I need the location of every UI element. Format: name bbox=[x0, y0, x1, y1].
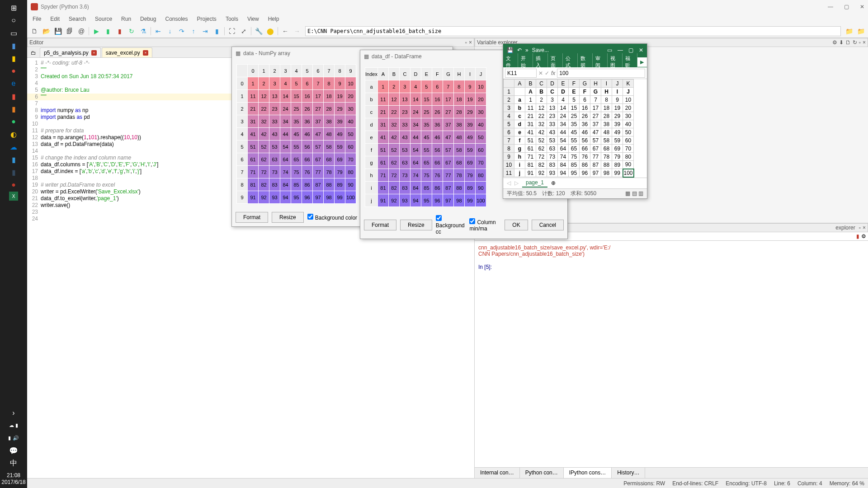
undock-icon[interactable]: ▫ bbox=[859, 39, 861, 46]
import-icon[interactable]: ⚙ bbox=[832, 39, 837, 46]
stepout-icon[interactable]: ↑ bbox=[188, 26, 199, 36]
ribbon-tab[interactable]: 开始 bbox=[518, 53, 533, 70]
formula-input[interactable] bbox=[557, 69, 645, 78]
expand-icon[interactable]: › bbox=[6, 407, 21, 419]
taskview-icon[interactable]: ▭ bbox=[6, 27, 21, 39]
ribbon-tab[interactable]: 数据 bbox=[578, 53, 593, 70]
python-icon[interactable]: ⬤ bbox=[265, 26, 276, 36]
save-icon[interactable]: 💾 bbox=[52, 26, 63, 36]
console-tab[interactable]: History… bbox=[612, 468, 645, 478]
options-icon[interactable]: ⚙ bbox=[861, 233, 866, 239]
prev-sheet-icon[interactable]: ◁ bbox=[507, 180, 511, 186]
minimize-icon[interactable]: — bbox=[618, 47, 623, 53]
clock[interactable]: 21:082017/6/18 bbox=[1, 470, 25, 488]
continue-icon[interactable]: ⇥ bbox=[200, 26, 211, 36]
app-icon[interactable]: ▮ bbox=[6, 166, 21, 178]
prefs-icon[interactable]: 🔧 bbox=[253, 26, 264, 36]
edge-icon[interactable]: e bbox=[6, 78, 21, 89]
parent-icon[interactable]: 📁 bbox=[855, 26, 866, 36]
chrome-icon[interactable]: ● bbox=[6, 65, 21, 77]
menu-debug[interactable]: Debug bbox=[137, 15, 160, 23]
volume-icon[interactable]: ▮ 🔊 bbox=[5, 432, 23, 444]
tab-browse-icon[interactable]: 🗀 bbox=[29, 48, 38, 57]
menu-tools[interactable]: Tools bbox=[222, 15, 242, 23]
name-box[interactable]: K11 bbox=[505, 69, 537, 78]
menu-edit[interactable]: Edit bbox=[47, 15, 63, 23]
menu-source[interactable]: Source bbox=[91, 15, 116, 23]
run-icon[interactable]: ▶ bbox=[91, 26, 102, 36]
onedrive-icon[interactable]: ☁ bbox=[6, 141, 21, 153]
undock-icon[interactable]: ▫ bbox=[465, 39, 467, 46]
path-input[interactable]: E:\CNN Papers\cnn_adjustable16_batch_siz… bbox=[305, 26, 841, 36]
add-sheet-icon[interactable]: ⊕ bbox=[551, 180, 556, 186]
menu-projects[interactable]: Projects bbox=[193, 15, 220, 23]
numpy-grid[interactable]: 0123456789012345678910111121314151617181… bbox=[236, 64, 356, 204]
menu-run[interactable]: Run bbox=[118, 15, 135, 23]
app-icon[interactable]: ▮ bbox=[6, 40, 21, 52]
excel-icon[interactable]: X bbox=[9, 192, 18, 201]
resize-button[interactable]: Resize bbox=[400, 220, 432, 230]
console-tab[interactable]: Internal con… bbox=[475, 468, 520, 478]
restore-icon[interactable]: ▭ bbox=[607, 47, 612, 53]
stop-debug-icon[interactable]: ▮ bbox=[212, 26, 222, 36]
view-icons[interactable]: ▦ ▤ ▥ bbox=[625, 190, 643, 197]
forward-icon[interactable]: → bbox=[292, 26, 302, 36]
more-icon[interactable]: » bbox=[525, 47, 528, 53]
format-button[interactable]: Format bbox=[364, 220, 396, 230]
ok-button[interactable]: OK bbox=[505, 220, 528, 230]
next-sheet-icon[interactable]: ▷ bbox=[514, 180, 519, 186]
wechat-icon[interactable]: ● bbox=[6, 116, 21, 127]
app-icon[interactable]: ▮ bbox=[6, 154, 21, 165]
back-icon[interactable]: ← bbox=[280, 26, 291, 36]
ribbon-tab[interactable]: 公式 bbox=[563, 53, 578, 70]
maximize-icon[interactable]: ▢ bbox=[844, 4, 849, 10]
dataframe-grid[interactable]: IndexABCDEFGHIJa12345678910b111213141516… bbox=[365, 67, 486, 207]
browse-icon[interactable]: 📁 bbox=[844, 26, 854, 36]
menu-view[interactable]: View bbox=[244, 15, 263, 23]
resize-button[interactable]: Resize bbox=[272, 212, 304, 223]
debug-icon[interactable]: ↻ bbox=[126, 26, 137, 36]
close-icon[interactable]: ✕ bbox=[860, 4, 864, 10]
open-icon[interactable]: 📂 bbox=[41, 26, 52, 36]
save-icon[interactable]: 💾 bbox=[507, 47, 514, 53]
close-tab-icon[interactable]: × bbox=[143, 50, 148, 56]
profile-icon[interactable]: ⚗ bbox=[138, 26, 149, 36]
notif-icon[interactable]: 💬 bbox=[6, 445, 21, 457]
stepinto-icon[interactable]: ↓ bbox=[165, 26, 175, 36]
refresh-icon[interactable]: ↻ bbox=[853, 39, 857, 46]
undock-icon[interactable]: ▫ bbox=[859, 225, 861, 231]
menu-search[interactable]: Search bbox=[65, 15, 90, 23]
ime-icon[interactable]: 中 bbox=[6, 458, 21, 469]
close-pane-icon[interactable]: × bbox=[863, 39, 866, 46]
format-button[interactable]: Format bbox=[236, 212, 268, 223]
app-icon[interactable]: ◐ bbox=[6, 128, 21, 140]
console-output[interactable]: cnn_adjustable16_batch_size/save_excel.p… bbox=[475, 241, 868, 467]
ribbon-tab[interactable]: 页面 bbox=[548, 53, 563, 70]
minimize-icon[interactable]: — bbox=[828, 4, 833, 10]
stop-icon[interactable]: ▮ bbox=[856, 233, 859, 239]
ribbon-tab[interactable]: 视图 bbox=[608, 53, 623, 70]
editor-tab[interactable]: p5_ds_analysis.py× bbox=[40, 47, 101, 57]
spyder-icon[interactable]: ● bbox=[6, 179, 21, 191]
start-icon[interactable]: ⊞ bbox=[6, 2, 21, 14]
close-tab-icon[interactable]: × bbox=[91, 50, 97, 56]
new-file-icon[interactable]: 🗋 bbox=[29, 26, 40, 36]
stepover-icon[interactable]: ↷ bbox=[176, 26, 187, 36]
menu-file[interactable]: File bbox=[29, 15, 45, 23]
enter-icon[interactable]: ✓ bbox=[545, 70, 549, 76]
stop-icon[interactable]: ▮ bbox=[114, 26, 125, 36]
close-pane-icon[interactable]: × bbox=[863, 225, 866, 231]
ribbon-tab[interactable]: 审阅 bbox=[593, 53, 608, 70]
undo-icon[interactable]: ↶ bbox=[517, 47, 522, 53]
excel-grid[interactable]: ABCDEFGHIJK1ABCDEFGHIJ2a123456789103b111… bbox=[503, 79, 634, 178]
app-icon[interactable]: ▮ bbox=[6, 52, 21, 64]
saveas-icon[interactable]: 🗋 bbox=[845, 39, 851, 46]
ribbon-tab[interactable]: 福昕 bbox=[623, 53, 637, 70]
app-icon[interactable]: ▮ bbox=[6, 90, 21, 102]
tray-icon[interactable]: ☁ ▮ bbox=[5, 420, 23, 432]
console-tab[interactable]: Python con… bbox=[520, 468, 564, 478]
cancel-button[interactable]: Cancel bbox=[532, 220, 564, 230]
ribbon-tab[interactable]: 插入 bbox=[533, 53, 548, 70]
save-icon[interactable]: ⬇ bbox=[839, 39, 844, 46]
editor-tab[interactable]: save_excel.py× bbox=[102, 47, 152, 57]
